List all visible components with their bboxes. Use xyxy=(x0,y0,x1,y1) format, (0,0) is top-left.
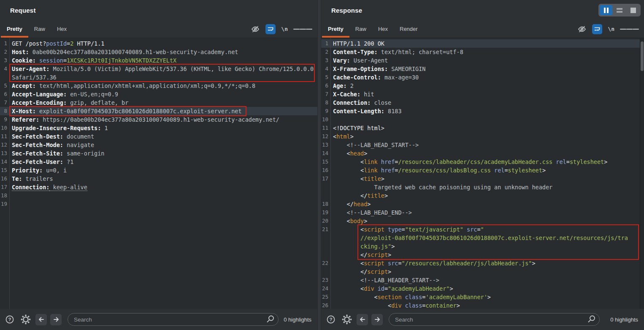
request-code-lines: 1GET /post?postId=2 HTTP/1.12Host: 0abe0… xyxy=(0,38,317,208)
response-tabbar: PrettyRawHexRender xyxy=(321,20,644,38)
code-line: 16Te: trailers xyxy=(0,175,317,183)
svg-text:?: ? xyxy=(8,317,11,322)
search-input[interactable] xyxy=(389,313,600,326)
newline-toggle[interactable]: \n xyxy=(281,26,288,32)
line-number: 1 xyxy=(0,39,7,48)
code-line: 23 <!--LAB_HEADER_START--> xyxy=(321,276,644,284)
line-number: 9 xyxy=(321,107,328,115)
search-settings-icon[interactable] xyxy=(341,313,353,326)
editor-layout-switcher xyxy=(598,4,641,16)
search-input[interactable] xyxy=(68,313,279,326)
tab-pretty[interactable]: Pretty xyxy=(322,20,349,38)
code-line: 18 </head> xyxy=(321,200,644,208)
response-editor-toolbar: \n xyxy=(577,20,644,38)
code-line: 7Accept-Encoding: gzip, deflate, br xyxy=(0,98,317,107)
vertical-scrollbar[interactable] xyxy=(640,38,644,309)
code-line: 20 <body> xyxy=(321,217,644,225)
line-number xyxy=(321,191,328,200)
code-line: 5Accept: text/html,application/xhtml+xml… xyxy=(0,82,317,90)
code-line: 11Sec-Fetch-Dest: document xyxy=(0,132,317,141)
code-line: 9Content-Length: 8183 xyxy=(321,107,644,115)
code-line: 13 <!--LAB_HEAD_START--> xyxy=(321,141,644,149)
previous-match-button[interactable] xyxy=(35,314,47,325)
code-line: 15Priority: u=0, i xyxy=(0,166,317,175)
request-search-bar: ? xyxy=(0,309,317,330)
line-number: 1 xyxy=(321,39,328,48)
search-help-icon[interactable]: ? xyxy=(325,313,337,326)
code-line: 17Connection: keep-alive xyxy=(0,183,317,191)
code-line: //exploit-0a8f00f7045037bc8061026d018800… xyxy=(321,234,644,242)
code-line: 12Sec-Fetch-Mode: navigate xyxy=(0,141,317,149)
tab-raw[interactable]: Raw xyxy=(28,20,51,38)
line-number xyxy=(321,251,328,259)
code-line: 4X-Frame-Options: SAMEORIGIN xyxy=(321,65,644,73)
gutter-divider xyxy=(9,38,10,309)
request-editor[interactable]: 1GET /post?postId=2 HTTP/1.12Host: 0abe0… xyxy=(0,38,317,309)
code-line: 5Cache-Control: max-age=30 xyxy=(321,73,644,82)
panel-splitter[interactable] xyxy=(317,0,321,330)
search-help-icon[interactable]: ? xyxy=(3,313,16,326)
tab-hex[interactable]: Hex xyxy=(372,20,394,38)
line-number: 14 xyxy=(321,149,328,158)
line-number: 3 xyxy=(0,56,7,65)
code-line: 14Sec-Fetch-User: ?1 xyxy=(0,158,317,166)
line-number: 17 xyxy=(0,183,7,191)
previous-match-button[interactable] xyxy=(357,314,368,325)
line-number: 24 xyxy=(321,284,328,293)
word-wrap-toggle[interactable] xyxy=(265,24,276,34)
tab-render[interactable]: Render xyxy=(394,20,424,38)
layout-single-button[interactable] xyxy=(627,5,639,15)
line-number xyxy=(321,267,328,276)
response-code-lines: 1HTTP/1.1 200 OK2Content-Type: text/html… xyxy=(321,38,644,309)
request-tabbar: PrettyRawHex \ xyxy=(0,20,317,38)
search-icon xyxy=(265,315,275,324)
tab-raw[interactable]: Raw xyxy=(349,20,372,38)
editor-menu-icon[interactable] xyxy=(293,27,312,31)
line-number: 8 xyxy=(321,98,328,107)
code-line: 26 <div class=container> xyxy=(321,301,644,309)
code-line: 15 <link href=/resources/labheader/css/a… xyxy=(321,158,644,166)
code-line: 24 <div id="academyLabHeader"> xyxy=(321,284,644,293)
line-number: 11 xyxy=(0,132,7,141)
line-number: 6 xyxy=(321,82,328,90)
highlight-count: 0 highlights xyxy=(610,316,638,323)
line-number: 15 xyxy=(321,158,328,166)
code-line: 21 <script type="text/javascript" src=" xyxy=(321,225,644,234)
tab-pretty[interactable]: Pretty xyxy=(1,20,28,38)
response-search-bar: ? xyxy=(321,309,644,330)
line-number: 8 xyxy=(0,107,7,115)
code-line: 1GET /post?postId=2 HTTP/1.1 xyxy=(0,39,317,48)
next-match-button[interactable] xyxy=(371,314,383,325)
layout-columns-button[interactable] xyxy=(600,5,612,15)
request-panel-title: Request xyxy=(10,7,36,14)
burp-message-editor: Request PrettyRawHex xyxy=(0,0,644,330)
line-number: 5 xyxy=(321,73,328,82)
svg-text:?: ? xyxy=(329,317,332,322)
response-editor[interactable]: 1HTTP/1.1 200 OK2Content-Type: text/html… xyxy=(321,38,644,309)
line-number: 14 xyxy=(0,158,7,166)
code-line: 10Upgrade-Insecure-Requests: 1 xyxy=(0,124,317,132)
code-line: Safari/537.36 xyxy=(0,73,317,82)
newline-toggle[interactable]: \n xyxy=(608,26,614,32)
code-line: 8Connection: close xyxy=(321,98,644,107)
hide-matches-icon[interactable] xyxy=(577,25,587,34)
tab-hex[interactable]: Hex xyxy=(51,20,73,38)
line-number: 13 xyxy=(0,149,7,158)
search-settings-icon[interactable] xyxy=(19,313,32,326)
scrollbar-thumb[interactable] xyxy=(641,41,644,71)
layout-rows-button[interactable] xyxy=(613,5,626,15)
next-match-button[interactable] xyxy=(50,314,62,325)
code-line: 14 <head> xyxy=(321,149,644,158)
editor-menu-icon[interactable] xyxy=(620,27,639,31)
hide-matches-icon[interactable] xyxy=(251,25,260,34)
request-tab-list: PrettyRawHex xyxy=(1,20,73,38)
line-number: 17 xyxy=(321,175,328,183)
word-wrap-toggle[interactable] xyxy=(592,24,602,34)
code-line: 6Age: 2 xyxy=(321,82,644,90)
line-number: 7 xyxy=(321,90,328,98)
line-number: 19 xyxy=(0,200,7,208)
line-number: 4 xyxy=(321,65,328,73)
code-line: 25 <section class='academyLabBanner'> xyxy=(321,293,644,301)
code-line: 3Cookie: session=1XCSKc1RJt0IjTnkobVN5KT… xyxy=(0,56,317,65)
response-panel-header: Response xyxy=(321,0,644,20)
